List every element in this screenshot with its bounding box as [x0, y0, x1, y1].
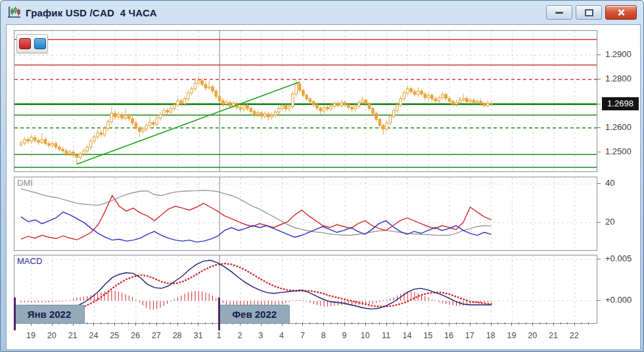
x-axis-tick [463, 322, 463, 324]
x-axis-tick [435, 322, 436, 324]
x-axis-label: 4 [279, 331, 284, 340]
macd-indicator-panel[interactable]: MACD [14, 255, 597, 324]
x-axis-tick [177, 322, 178, 326]
x-axis-label: 1 [217, 331, 221, 340]
x-axis-tick [484, 322, 484, 324]
x-axis-label: 25 [110, 331, 119, 340]
scale-tick [597, 127, 601, 128]
x-axis-tick [156, 322, 157, 326]
x-axis-tick [337, 322, 338, 324]
x-axis-label: 22 [570, 331, 579, 340]
chart-client-area: DMI MACD 1920212425262728311234789101114… [6, 24, 641, 350]
x-axis-tick [317, 322, 317, 324]
month-divider-feb [218, 297, 220, 330]
x-axis-label: 28 [173, 331, 182, 340]
x-axis-tick [414, 322, 415, 324]
current-price-box: 1.2698 [602, 97, 639, 110]
x-axis-tick [386, 322, 387, 326]
minimize-button[interactable] [546, 5, 572, 20]
price-scale-label: 1.2900 [605, 49, 632, 59]
month-badge-feb: Фев 2022 [219, 305, 290, 324]
x-axis-tick [212, 322, 213, 324]
support-resistance-levels [14, 39, 597, 167]
x-axis-tick [567, 322, 568, 324]
x-axis-tick [428, 322, 428, 326]
scale-tick [597, 183, 601, 184]
x-axis-tick [352, 322, 352, 324]
price-scale-label: +0.005 [605, 253, 632, 263]
x-axis-label: 19 [26, 331, 35, 340]
x-axis-tick [170, 322, 171, 324]
x-axis-tick [310, 322, 310, 324]
x-axis-tick [191, 322, 192, 324]
month-divider-jan [14, 297, 16, 330]
candlestick-chart-icon [7, 6, 22, 19]
x-axis-tick [511, 322, 512, 326]
x-axis-tick [379, 322, 380, 324]
x-axis-tick [588, 322, 589, 324]
x-axis-tick [365, 322, 366, 326]
scale-tick [597, 152, 601, 152]
macd-label: MACD [17, 256, 42, 266]
x-axis-tick [574, 322, 575, 326]
x-axis-tick [456, 322, 457, 324]
x-axis-tick [198, 322, 198, 326]
maximize-icon [585, 9, 593, 16]
close-icon [617, 9, 625, 16]
scale-tick [597, 104, 601, 104]
x-axis-label: 24 [89, 331, 98, 340]
price-scale: 1.29001.28001.26981.26001.25004020+0.005… [597, 25, 640, 349]
x-axis-tick [400, 322, 401, 324]
maximize-button[interactable] [576, 5, 602, 20]
gridlines [32, 255, 575, 323]
x-axis-label: 7 [300, 331, 305, 340]
window-title: График USD /CAD 4 ЧАСА [26, 7, 157, 18]
x-axis-tick [497, 322, 498, 324]
x-axis-tick [532, 322, 533, 326]
price-chart-panel[interactable] [14, 30, 597, 172]
x-axis-tick [470, 322, 471, 326]
close-button[interactable] [605, 5, 637, 20]
x-axis-tick [442, 322, 442, 324]
red-marker-button[interactable] [19, 38, 31, 49]
x-axis-tick [344, 322, 345, 326]
x-axis-tick [101, 322, 101, 324]
x-axis-label: 26 [131, 331, 140, 340]
window-controls [546, 5, 637, 20]
x-axis-label: 17 [465, 331, 474, 340]
x-axis-tick [205, 322, 206, 324]
x-axis-tick [149, 322, 150, 324]
x-axis-tick [114, 322, 115, 326]
price-scale-label: 40 [605, 178, 614, 188]
x-axis-tick [302, 322, 303, 326]
minimize-icon [555, 12, 563, 14]
x-axis-tick [128, 322, 129, 324]
x-axis-tick [163, 322, 164, 324]
title-bar[interactable]: График USD /CAD 4 ЧАСА [1, 1, 643, 24]
price-scale-label: 1.2600 [605, 122, 632, 132]
x-axis-label: 19 [507, 331, 516, 340]
scale-tick [597, 222, 601, 223]
x-axis-tick [135, 322, 136, 326]
scale-tick [597, 300, 601, 301]
x-axis-tick [540, 322, 540, 324]
x-axis-label: 20 [528, 331, 537, 340]
x-axis: 1920212425262728311234789101114151617181… [14, 322, 596, 349]
x-axis-label: 21 [68, 331, 78, 340]
dmi-indicator-panel[interactable]: DMI [14, 177, 597, 251]
scale-tick [597, 259, 601, 259]
blue-marker-button[interactable] [34, 38, 46, 49]
x-axis-label: 10 [361, 331, 370, 340]
x-axis-label: 14 [402, 331, 411, 340]
x-axis-label: 20 [47, 331, 57, 340]
x-axis-label: 18 [486, 331, 495, 340]
x-axis-label: 2 [238, 331, 242, 340]
x-axis-tick [331, 322, 331, 324]
x-axis-label: 15 [423, 331, 432, 340]
x-axis-tick [476, 322, 477, 324]
price-scale-label: 1.2800 [605, 74, 632, 83]
x-axis-tick [372, 322, 373, 324]
candlestick-series [20, 77, 492, 165]
x-axis-tick [87, 322, 87, 324]
x-axis-label: 3 [258, 331, 263, 340]
